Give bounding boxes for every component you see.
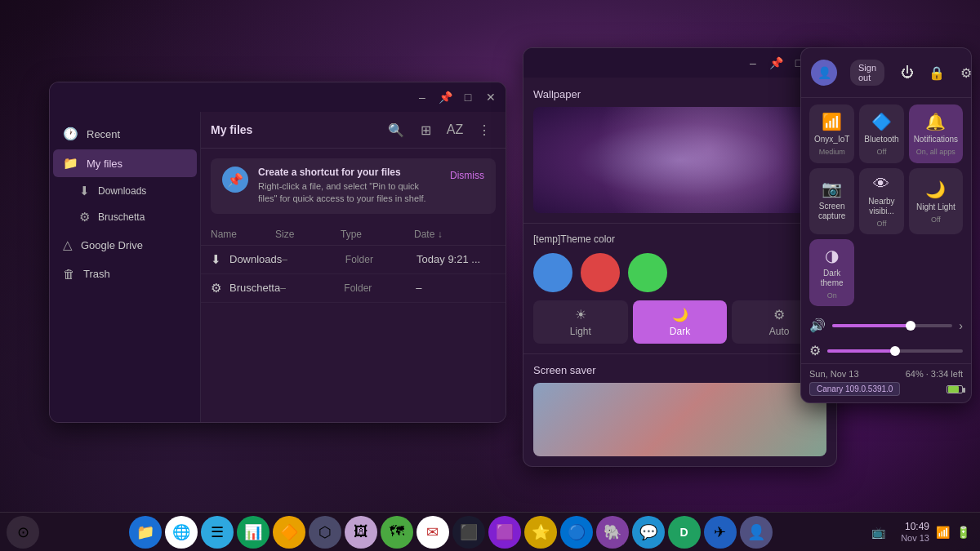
mode-light-button[interactable]: ☀ Light [533, 300, 628, 344]
sidebar-item-bruschetta[interactable]: ⚙ Bruschetta [69, 205, 197, 229]
taskbar-sheets[interactable]: 📊 [237, 516, 270, 549]
darktheme-sub: On [827, 291, 837, 300]
taskbar-calendar-icon[interactable]: 📺 [862, 516, 894, 549]
sidebar-label-myfiles: My files [87, 158, 122, 170]
sidebar-label-googledrive: Google Drive [81, 239, 143, 251]
notifications-label: Notifications [914, 135, 958, 144]
mode-dark-button[interactable]: 🌙 Dark [633, 300, 728, 344]
taskbar-files[interactable]: 📁 [129, 516, 162, 549]
taskbar-docs[interactable]: ☰ [201, 516, 234, 549]
sidebar-label-recent: Recent [87, 128, 120, 140]
canary-badge: Canary 109.0.5391.0 [809, 382, 900, 396]
sidebar-sub: ⬇ Downloads ⚙ Bruschetta [50, 179, 200, 229]
volume-fill [832, 324, 911, 327]
theme-section: [temp]Theme color [temp] ☀ Light 🌙 Dark … [523, 224, 836, 354]
color-swatch-green[interactable] [628, 253, 667, 292]
settings-button[interactable]: ⚙ [953, 60, 972, 86]
sidebar-item-googledrive[interactable]: △ Google Drive [53, 231, 197, 259]
quick-tile-nearby[interactable]: 👁 Nearby visibi... Off [859, 168, 903, 234]
bluetooth-sub: Off [877, 148, 887, 156]
brightness-slider[interactable] [827, 349, 963, 353]
googledrive-icon: △ [63, 238, 73, 252]
taskbar-app13[interactable]: 🔵 [560, 516, 593, 549]
quick-tile-notifications[interactable]: 🔔 Notifications On, all apps [909, 104, 963, 163]
taskbar-app6[interactable]: ⬡ [309, 516, 341, 549]
darktheme-icon: ◑ [825, 246, 839, 265]
taskbar-chrome[interactable]: 🌐 [165, 516, 198, 549]
quick-tile-nightlight[interactable]: 🌙 Night Light Off [909, 168, 963, 234]
quick-tile-screencapture[interactable]: 📷 Screen capture [809, 168, 854, 234]
notifications-sub: On, all apps [916, 148, 956, 156]
minimize-button[interactable]: – [414, 89, 430, 105]
notifications-icon: 🔔 [925, 112, 946, 131]
sign-out-button[interactable]: Sign out [850, 60, 884, 86]
sidebar-item-recent[interactable]: 🕐 Recent [53, 120, 197, 148]
sort-button[interactable]: AZ [443, 118, 466, 141]
quick-panel-top: 👤 Sign out ⏻ 🔒 ⚙ ⌄ [801, 48, 971, 98]
table-row[interactable]: ⚙ Bruschetta – Folder – [201, 274, 506, 303]
col-date: Date ↓ [414, 229, 496, 240]
grid-view-button[interactable]: ⊞ [414, 118, 437, 141]
table-row[interactable]: ⬇ Downloads – Folder Today 9:21 ... [201, 246, 506, 274]
close-button[interactable]: ✕ [483, 89, 499, 105]
quick-panel-icons: ⏻ 🔒 ⚙ ⌄ [891, 56, 972, 89]
sidebar-item-myfiles[interactable]: 📁 My files [53, 149, 197, 177]
file-content: My files 🔍 ⊞ AZ ⋮ 📌 Create a shortcut fo… [201, 112, 506, 422]
downloads-icon: ⬇ [79, 184, 90, 198]
taskbar-launcher[interactable]: ⊙ [7, 516, 39, 549]
nearby-icon: 👁 [873, 175, 889, 193]
file-type: Folder [345, 254, 416, 265]
quick-tile-wifi[interactable]: 📶 Onyx_IoT Medium [809, 104, 854, 163]
taskbar-app14[interactable]: 🐘 [596, 516, 629, 549]
taskbar-app18[interactable]: 👤 [740, 516, 773, 549]
taskbar-clock: 10:49 Nov 13 [901, 521, 929, 543]
minimize-button[interactable]: – [745, 55, 761, 71]
quick-status-row: Sun, Nov 13 64% · 3:34 left [809, 369, 963, 379]
quick-tile-darktheme[interactable]: ◑ Dark theme On [809, 239, 854, 306]
brightness-fill [827, 349, 895, 353]
maximize-button[interactable]: □ [460, 89, 476, 105]
volume-slider[interactable] [832, 324, 952, 327]
pin-button[interactable]: 📌 [768, 55, 784, 71]
nightlight-icon: 🌙 [925, 180, 946, 199]
file-title: My files [211, 123, 378, 136]
power-button[interactable]: ⏻ [894, 60, 920, 86]
search-button[interactable]: 🔍 [385, 118, 408, 141]
pin-button[interactable]: 📌 [437, 89, 453, 105]
quick-date: Sun, Nov 13 [809, 369, 859, 379]
col-type: Type [341, 229, 414, 240]
wallpaper-section: Wallpaper › [523, 78, 836, 224]
file-manager-titlebar: – 📌 □ ✕ [50, 82, 506, 112]
screencapture-icon: 📷 [822, 179, 842, 198]
sidebar-item-downloads[interactable]: ⬇ Downloads [69, 179, 197, 203]
myfiles-icon: 📁 [63, 156, 78, 171]
battery-icon [947, 385, 963, 393]
lock-button[interactable]: 🔒 [924, 60, 950, 86]
taskbar-app10[interactable]: ⬛ [452, 516, 485, 549]
taskbar-app16[interactable]: D [668, 516, 701, 549]
file-manager-body: 🕐 Recent 📁 My files ⬇ Downloads ⚙ Brusch… [50, 112, 506, 422]
color-swatch-red[interactable] [581, 253, 620, 292]
bluetooth-icon: 🔷 [871, 112, 892, 131]
light-mode-label: Light [570, 326, 591, 337]
taskbar-time: 10:49 [905, 521, 929, 532]
volume-expand[interactable]: › [959, 319, 963, 332]
taskbar-app11[interactable]: 🟪 [488, 516, 521, 549]
taskbar-app15[interactable]: 💬 [632, 516, 665, 549]
color-swatch-blue[interactable] [533, 253, 572, 292]
taskbar-photos[interactable]: 🖼 [345, 516, 377, 549]
quick-tile-bluetooth[interactable]: 🔷 Bluetooth Off [859, 104, 903, 163]
taskbar-maps[interactable]: 🗺 [381, 516, 413, 549]
file-size: – [282, 254, 345, 265]
taskbar-app12[interactable]: ⭐ [524, 516, 557, 549]
sidebar-item-trash[interactable]: 🗑 Trash [53, 260, 197, 287]
taskbar-app17[interactable]: ✈ [704, 516, 737, 549]
taskbar-app5[interactable]: 🔶 [273, 516, 305, 549]
dismiss-button[interactable]: Dismiss [450, 167, 484, 181]
trash-icon: 🗑 [63, 267, 75, 281]
more-button[interactable]: ⋮ [473, 118, 496, 141]
taskbar-gmail[interactable]: ✉ [416, 516, 449, 549]
wallpaper-label: Wallpaper [533, 88, 581, 100]
wallpaper-row: Wallpaper › [533, 87, 826, 100]
sidebar-label-trash: Trash [83, 268, 110, 280]
